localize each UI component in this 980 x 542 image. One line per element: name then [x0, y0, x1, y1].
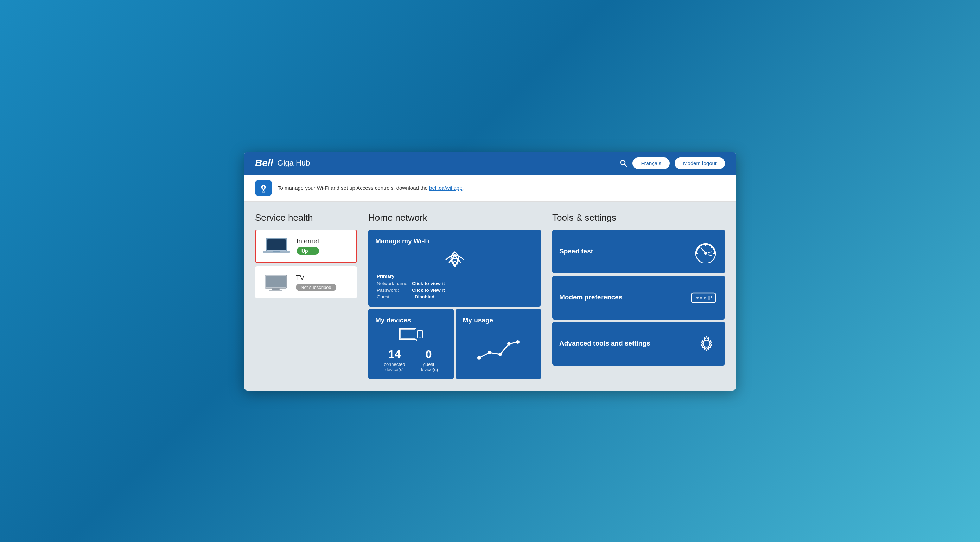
connected-label: connecteddevice(s)	[384, 362, 405, 372]
network-name-value[interactable]: Click to view it	[412, 281, 445, 286]
svg-rect-17	[418, 330, 422, 338]
main-content: Service health	[244, 202, 736, 390]
my-usage-title: My usage	[463, 316, 535, 324]
svg-rect-14	[399, 328, 416, 339]
svg-point-41	[708, 298, 710, 300]
guest-devices-label: guestdevice(s)	[419, 362, 438, 372]
main-window: Bell Giga Hub Français Modem logout Bell	[244, 152, 736, 390]
internet-card-info: Internet Up	[296, 237, 319, 255]
header-left: Bell Giga Hub	[255, 157, 310, 169]
svg-rect-11	[269, 290, 282, 291]
svg-point-39	[708, 296, 710, 298]
svg-point-42	[703, 340, 710, 347]
network-name-label: Network name:	[377, 281, 412, 286]
modem-preferences-tile[interactable]: Modem preferences	[552, 276, 725, 320]
svg-rect-7	[273, 251, 280, 252]
svg-rect-16	[399, 339, 417, 341]
language-button[interactable]: Français	[632, 157, 670, 169]
svg-line-33	[708, 255, 712, 255]
primary-label: Primary	[377, 273, 533, 279]
my-devices-tile[interactable]: My devices	[368, 309, 454, 379]
advanced-tools-tile[interactable]: Advanced tools and settings	[552, 322, 725, 366]
svg-point-13	[453, 264, 456, 267]
svg-rect-10	[272, 288, 280, 290]
svg-point-36	[697, 297, 698, 299]
device-counts: 14 connecteddevice(s) 0 guestdevice(s)	[384, 348, 438, 372]
service-health-title: Service health	[255, 212, 357, 223]
device-icons	[399, 328, 423, 345]
search-button[interactable]	[619, 159, 628, 167]
my-usage-tile[interactable]: My usage	[456, 309, 541, 379]
password-row: Password: Click to view it	[377, 287, 533, 293]
svg-rect-9	[266, 276, 286, 287]
password-value[interactable]: Click to view it	[412, 287, 445, 293]
tv-icon	[262, 273, 290, 292]
manage-wifi-title: Manage my Wi-Fi	[375, 237, 534, 245]
tv-health-card[interactable]: TV Not subscribed	[255, 266, 357, 298]
header-title: Giga Hub	[277, 158, 310, 168]
banner-text: To manage your Wi-Fi and set up Access c…	[278, 185, 464, 191]
speed-test-icon	[693, 240, 718, 263]
modem-preferences-title: Modem preferences	[559, 293, 690, 301]
guest-row: Guest Disabled	[377, 294, 533, 300]
wifi-signal-icon	[441, 249, 469, 268]
wifiapp-link[interactable]: bell.ca/wifiapp	[429, 185, 462, 191]
modem-preferences-icon	[690, 288, 718, 307]
network-info: Primary Network name: Click to view it P…	[375, 273, 534, 300]
wifi-app-icon: Bell	[259, 183, 268, 193]
svg-point-22	[498, 353, 502, 356]
internet-status-badge: Up	[296, 247, 319, 255]
svg-point-37	[700, 297, 702, 299]
svg-point-0	[620, 160, 625, 165]
svg-line-34	[708, 252, 712, 253]
svg-point-23	[507, 342, 511, 345]
guest-value[interactable]: Disabled	[415, 294, 434, 300]
header: Bell Giga Hub Français Modem logout	[244, 152, 736, 175]
svg-text:Bell: Bell	[262, 191, 265, 193]
speed-test-tile[interactable]: Speed test	[552, 230, 725, 273]
search-icon	[619, 159, 628, 167]
password-label: Password:	[377, 287, 412, 293]
tv-card-info: TV Not subscribed	[296, 274, 336, 291]
guest-count-block: 0 guestdevice(s)	[419, 348, 438, 372]
internet-health-card[interactable]: Internet Up	[255, 230, 357, 263]
svg-rect-15	[400, 330, 415, 339]
svg-point-19	[420, 337, 421, 338]
health-cards: Internet Up	[255, 230, 357, 298]
tools-settings-title: Tools & settings	[552, 212, 725, 223]
home-network-title: Home network	[368, 212, 541, 223]
svg-point-21	[488, 351, 492, 354]
svg-point-20	[477, 356, 481, 360]
tv-status-badge: Not subscribed	[296, 284, 336, 291]
usage-graph-icon	[476, 337, 521, 363]
svg-point-24	[516, 340, 520, 344]
bell-app-icon: Bell	[255, 180, 272, 197]
svg-point-32	[704, 252, 707, 255]
tools-settings-section: Tools & settings Speed test	[552, 212, 725, 366]
tools-grid: Speed test	[552, 230, 725, 366]
laptop-icon	[263, 236, 291, 256]
count-divider	[412, 349, 412, 371]
service-health-section: Service health	[255, 212, 357, 298]
svg-point-40	[711, 296, 712, 298]
bell-logo: Bell	[255, 157, 273, 169]
wifi-icon-group	[441, 249, 469, 268]
svg-point-38	[703, 297, 706, 299]
speed-test-title: Speed test	[559, 247, 693, 255]
sections-grid: Service health	[255, 212, 725, 379]
manage-wifi-content: Primary Network name: Click to view it P…	[375, 249, 534, 300]
guest-label: Guest	[377, 294, 412, 300]
logout-button[interactable]: Modem logout	[675, 157, 725, 169]
banner: Bell To manage your Wi-Fi and set up Acc…	[244, 175, 736, 202]
svg-rect-5	[267, 239, 286, 250]
home-network-tiles: Manage my Wi-Fi	[368, 230, 541, 379]
manage-wifi-tile[interactable]: Manage my Wi-Fi	[368, 230, 541, 306]
my-usage-content	[463, 328, 535, 372]
internet-label: Internet	[296, 237, 319, 245]
advanced-tools-title: Advanced tools and settings	[559, 339, 695, 347]
header-right: Français Modem logout	[619, 157, 725, 169]
connected-count: 14	[388, 348, 401, 361]
guest-count: 0	[426, 348, 432, 361]
my-devices-content: 14 connecteddevice(s) 0 guestdevice(s)	[375, 328, 447, 372]
home-network-section: Home network Manage my Wi-Fi	[368, 212, 541, 379]
